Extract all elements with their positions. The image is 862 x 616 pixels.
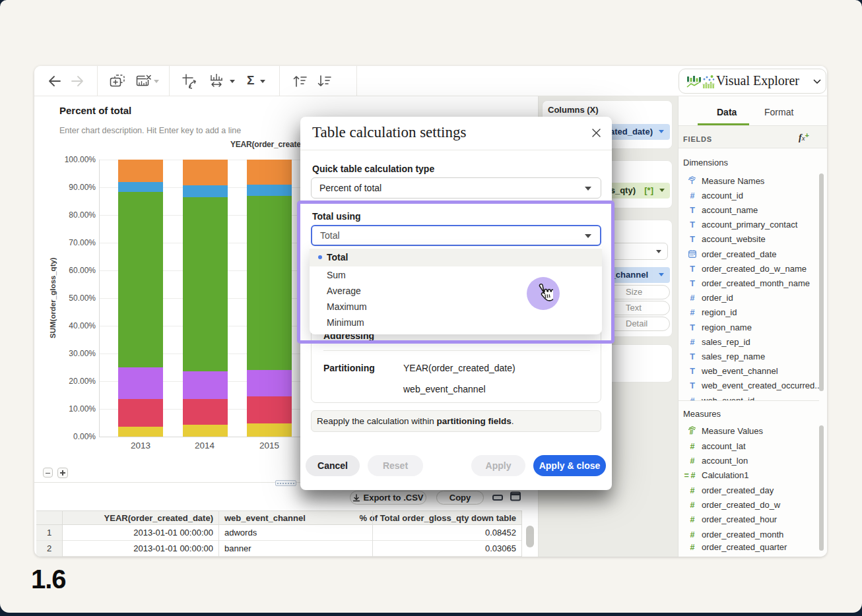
- svg-text:T: T: [690, 178, 694, 185]
- svg-text:#: #: [690, 429, 694, 435]
